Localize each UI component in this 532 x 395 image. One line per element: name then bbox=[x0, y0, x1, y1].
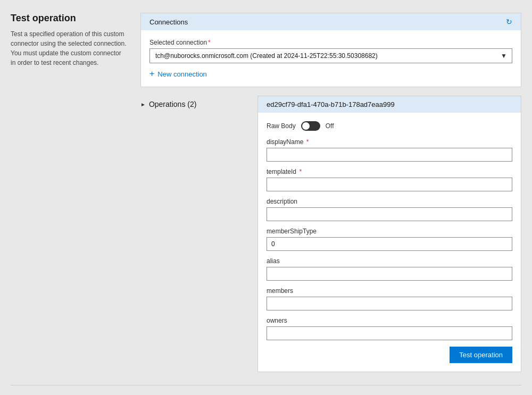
field-input-alias[interactable] bbox=[267, 267, 512, 281]
required-star: * bbox=[304, 138, 309, 146]
field-label-templateId: templateId * bbox=[267, 168, 512, 175]
form-field-memberShipType: memberShipType bbox=[267, 228, 512, 251]
field-input-members[interactable] bbox=[267, 297, 512, 310]
required-star: * bbox=[208, 39, 211, 46]
connection-select[interactable]: tch@nuborocks.onmicrosoft.com (Created a… bbox=[149, 48, 512, 63]
operations-count: (2) bbox=[187, 100, 196, 108]
connections-header: Connections ↻ bbox=[141, 13, 521, 30]
form-field-description: description bbox=[267, 198, 512, 221]
refresh-icon[interactable]: ↻ bbox=[506, 18, 512, 26]
new-connection-button[interactable]: + New connection bbox=[149, 70, 512, 78]
raw-body-label: Raw Body bbox=[267, 122, 296, 130]
plus-icon: + bbox=[149, 70, 154, 78]
form-field-owners: owners bbox=[267, 317, 512, 340]
form-field-members: members bbox=[267, 287, 512, 310]
field-input-description[interactable] bbox=[267, 207, 512, 221]
page-description: Test a specified operation of this custo… bbox=[11, 29, 128, 68]
form-fields: displayName *templateId *descriptionmemb… bbox=[267, 138, 512, 340]
test-operation-row: Test operation bbox=[267, 347, 512, 363]
back-to-code-link[interactable]: ← Code bbox=[11, 393, 39, 395]
field-input-displayName[interactable] bbox=[267, 148, 512, 162]
form-field-templateId: templateId * bbox=[267, 168, 512, 191]
chevron-right-icon: ► bbox=[140, 102, 146, 107]
operations-card: ed29cf79-dfa1-470a-b71b-178ad7eaa999 Raw… bbox=[257, 96, 521, 372]
operations-header: ed29cf79-dfa1-470a-b71b-178ad7eaa999 bbox=[258, 96, 521, 113]
field-label-owners: owners bbox=[267, 317, 512, 324]
field-input-templateId[interactable] bbox=[267, 178, 512, 191]
operation-id: ed29cf79-dfa1-470a-b71b-178ad7eaa999 bbox=[267, 100, 512, 108]
required-star: * bbox=[297, 168, 302, 175]
field-label-alias: alias bbox=[267, 257, 512, 265]
form-field-displayName: displayName * bbox=[267, 138, 512, 162]
test-operation-button[interactable]: Test operation bbox=[450, 347, 512, 363]
field-label-members: members bbox=[267, 287, 512, 295]
new-connection-label: New connection bbox=[157, 70, 207, 78]
connections-title: Connections bbox=[149, 18, 188, 26]
back-arrow-icon: ← bbox=[11, 393, 19, 395]
field-input-memberShipType[interactable] bbox=[267, 237, 512, 251]
connection-select-wrapper: tch@nuborocks.onmicrosoft.com (Created a… bbox=[149, 48, 512, 63]
page-title: Test operation bbox=[11, 13, 128, 24]
form-field-alias: alias bbox=[267, 257, 512, 281]
operations-left: ► Operations (2) bbox=[140, 96, 257, 108]
field-label-displayName: displayName * bbox=[267, 138, 512, 146]
operations-toggle[interactable]: ► Operations (2) bbox=[140, 100, 257, 108]
raw-body-row: Raw Body Off bbox=[267, 121, 512, 131]
operations-label: Operations (2) bbox=[149, 100, 197, 108]
toggle-knob bbox=[302, 122, 310, 130]
field-input-owners[interactable] bbox=[267, 326, 512, 340]
bottom-bar: ← Code bbox=[0, 385, 532, 395]
connections-body: Selected connection* tch@nuborocks.onmic… bbox=[141, 30, 521, 87]
field-label-memberShipType: memberShipType bbox=[267, 228, 512, 235]
operations-body: Raw Body Off displayName *templateId *de… bbox=[258, 113, 521, 372]
raw-body-toggle[interactable] bbox=[301, 121, 320, 131]
connections-card: Connections ↻ Selected connection* tch@n… bbox=[140, 13, 521, 87]
operations-section: ► Operations (2) ed29cf79-dfa1-470a-b71b… bbox=[140, 96, 521, 372]
field-label-description: description bbox=[267, 198, 512, 205]
selected-connection-label: Selected connection* bbox=[149, 39, 512, 46]
toggle-state-label: Off bbox=[326, 122, 334, 130]
